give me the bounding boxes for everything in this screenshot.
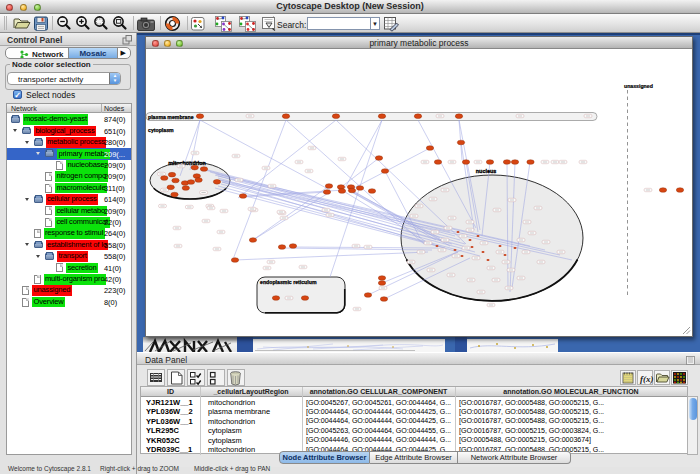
svg-text:f(x): f(x) xyxy=(640,374,654,384)
svg-text:plasma membrane: plasma membrane xyxy=(148,114,194,120)
svg-text:mitochondrion: mitochondrion xyxy=(168,160,206,166)
svg-text:unassigned: unassigned xyxy=(624,83,653,89)
svg-text:cytoplasm: cytoplasm xyxy=(148,127,174,133)
svg-text:nucleus: nucleus xyxy=(476,168,496,174)
svg-text:endoplasmic reticulum: endoplasmic reticulum xyxy=(260,279,317,285)
